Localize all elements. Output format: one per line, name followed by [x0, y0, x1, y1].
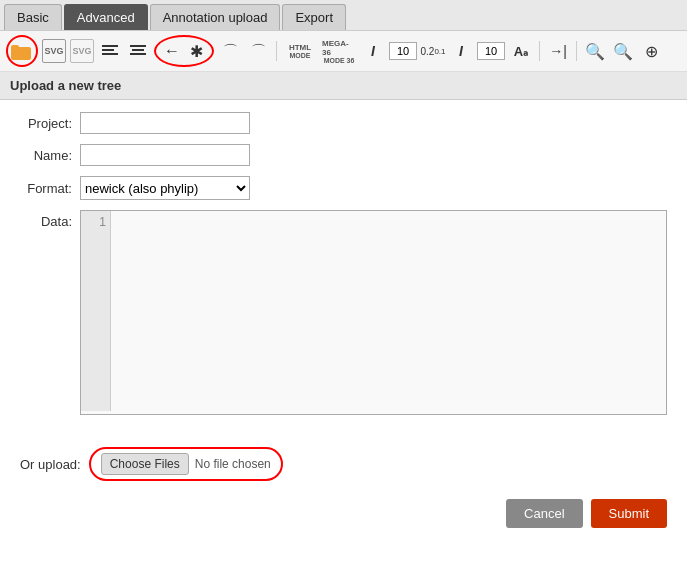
align-left-icon[interactable]: [98, 39, 122, 63]
tab-advanced[interactable]: Advanced: [64, 4, 148, 30]
separator-2: [539, 41, 540, 61]
data-row: Data: 1: [20, 210, 667, 415]
curve1-icon[interactable]: ⌒: [218, 39, 242, 63]
project-row: Project:: [20, 112, 667, 134]
folder-highlight: [6, 35, 38, 67]
tab-annotation-upload[interactable]: Annotation upload: [150, 4, 281, 30]
zoom-in-icon[interactable]: 🔍: [611, 39, 635, 63]
toolbar: SVG SVG ← ✱ ⌒ ⌒ HTML MODE MEGA-36 MODE 3…: [0, 31, 687, 72]
align-center-icon[interactable]: [126, 39, 150, 63]
separator-1: [276, 41, 277, 61]
arrow-highlight: ← ✱: [154, 35, 214, 67]
svg-rect-4: [102, 53, 118, 55]
format-label: Format:: [20, 181, 80, 196]
panel-title: Upload a new tree: [0, 72, 687, 100]
project-input[interactable]: [80, 112, 250, 134]
name-label: Name:: [20, 148, 80, 163]
svg2-badge-icon[interactable]: SVG: [70, 39, 94, 63]
text-format-icon[interactable]: Aₐ: [509, 39, 533, 63]
format-row: Format: newick (also phylip) nexus nhx j…: [20, 176, 667, 200]
zoom-fit-icon[interactable]: ⊕: [639, 39, 663, 63]
separator-3: [576, 41, 577, 61]
no-file-text: No file chosen: [195, 457, 271, 471]
font-size-input[interactable]: [389, 42, 417, 60]
cancel-button[interactable]: Cancel: [506, 499, 582, 528]
data-textarea-wrapper: 1: [80, 210, 667, 415]
tab-bar: Basic Advanced Annotation upload Export: [0, 0, 687, 31]
italic2-icon[interactable]: I: [449, 39, 473, 63]
arrow-rotate-icon[interactable]: ←: [160, 39, 184, 63]
svg-rect-2: [102, 45, 118, 47]
main-content: Upload a new tree Project: Name: Format:…: [0, 72, 687, 536]
svg-badge-icon[interactable]: SVG: [42, 39, 66, 63]
upload-row-inner: Choose Files No file chosen: [89, 447, 283, 481]
mega-mode-icon[interactable]: MEGA-36 MODE 36: [321, 39, 357, 63]
line-numbers: 1: [81, 211, 111, 411]
svg-rect-3: [102, 49, 114, 51]
form-area: Project: Name: Format: newick (also phyl…: [0, 100, 687, 437]
go-icon[interactable]: →|: [546, 39, 570, 63]
step-icon[interactable]: 0.20.1: [421, 39, 445, 63]
svg-rect-6: [132, 49, 144, 51]
project-label: Project:: [20, 116, 80, 131]
italic1-icon[interactable]: I: [361, 39, 385, 63]
asterisk-icon[interactable]: ✱: [184, 39, 208, 63]
tab-basic[interactable]: Basic: [4, 4, 62, 30]
folder-icon[interactable]: [10, 39, 34, 63]
name-row: Name:: [20, 144, 667, 166]
font-size2-input[interactable]: [477, 42, 505, 60]
zoom-out-icon[interactable]: 🔍: [583, 39, 607, 63]
folder-svg: [11, 42, 33, 60]
line-number-1: 1: [85, 215, 106, 229]
html-mode-icon[interactable]: HTML MODE: [283, 39, 317, 63]
tab-export[interactable]: Export: [282, 4, 346, 30]
upload-label: Or upload:: [20, 457, 81, 472]
svg-rect-1: [11, 45, 19, 50]
curve2-icon[interactable]: ⌒: [246, 39, 270, 63]
svg-rect-5: [130, 45, 146, 47]
upload-row: Or upload: Choose Files No file chosen: [20, 447, 667, 481]
name-input[interactable]: [80, 144, 250, 166]
submit-button[interactable]: Submit: [591, 499, 667, 528]
choose-files-button[interactable]: Choose Files: [101, 453, 189, 475]
data-label: Data:: [20, 210, 80, 229]
svg-rect-7: [130, 53, 146, 55]
footer-buttons: Cancel Submit: [0, 491, 687, 536]
data-textarea[interactable]: [81, 211, 666, 411]
format-select[interactable]: newick (also phylip) nexus nhx json: [80, 176, 250, 200]
